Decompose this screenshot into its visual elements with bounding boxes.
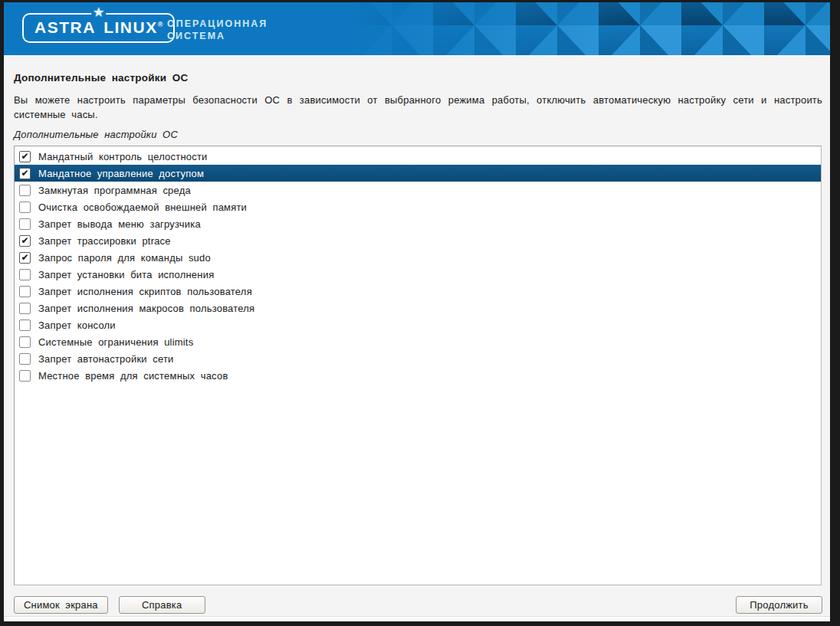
option-row[interactable]: Запрет консоли [15,316,821,333]
checkbox[interactable]: ✔ [19,252,31,264]
option-row[interactable]: Местное время для системных часов [15,367,821,384]
checkbox[interactable] [19,218,31,230]
option-row[interactable]: ✔ Запрос пароля для команды sudo [15,249,821,266]
checkbox[interactable] [19,370,31,382]
checkbox[interactable] [19,202,31,213]
star-icon: ★ [91,5,106,19]
page-title: Дополнительные настройки ОС [14,72,824,84]
bottom-strip [4,616,830,621]
brand-text: ОПЕРАЦИОННАЯ СИСТЕМА [167,18,267,42]
option-row[interactable]: Системные ограничения ulimits [15,333,821,350]
option-row[interactable]: ✔ Мандатное управление доступом [15,165,821,182]
option-row[interactable]: Замкнутая программная среда [15,182,821,198]
option-label: Мандатный контроль целостности [38,151,208,162]
option-label: Запрет трассировки ptrace [38,235,171,247]
checkbox[interactable] [19,336,31,348]
option-label: Мандатное управление доступом [38,168,204,179]
help-button[interactable]: Справка [119,596,205,614]
checkbox[interactable]: ✔ [19,151,31,162]
option-label: Системные ограничения ulimits [38,336,193,348]
checkbox[interactable] [19,286,31,297]
option-label: Запрет автонастройки сети [38,353,174,365]
header-geometric-pattern [309,2,830,55]
astra-linux-logo: ★ ASTRA LINUX® [22,13,175,43]
options-list[interactable]: ✔ Мандатный контроль целостности ✔ Манда… [14,146,822,585]
footer-bar: Снимок экрана Справка Продолжить [4,585,830,616]
screenshot-button[interactable]: Снимок экрана [14,596,108,614]
checkbox[interactable] [19,269,31,280]
option-label: Запрос пароля для команды sudo [38,252,211,264]
option-label: Запрет консоли [38,320,116,331]
continue-button[interactable]: Продолжить [736,596,822,614]
option-label: Запрет вывода меню загрузчика [38,218,201,230]
option-row[interactable]: Запрет исполнения макросов пользователя [15,300,821,316]
registered-trademark: ® [158,21,163,28]
checkbox[interactable]: ✔ [19,168,31,179]
option-row[interactable]: ✔ Запрет трассировки ptrace [15,232,821,249]
logo-text: ASTRA LINUX [34,18,158,36]
checkbox[interactable] [19,303,31,314]
page-description: Вы можете настроить параметры безопаснос… [14,93,822,122]
option-row[interactable]: ✔ Мандатный контроль целостности [15,148,821,165]
option-row[interactable]: Запрет автонастройки сети [15,350,821,367]
option-label: Замкнутая программная среда [38,185,191,196]
option-label: Запрет исполнения макросов пользователя [38,303,254,314]
option-label: Очистка освобождаемой внешней памяти [38,202,247,213]
checkbox[interactable] [19,185,31,196]
checkbox[interactable] [19,320,31,331]
brand-line-1: ОПЕРАЦИОННАЯ [167,18,267,30]
option-row[interactable]: Очистка освобождаемой внешней памяти [15,198,821,215]
option-row[interactable]: Запрет вывода меню загрузчика [15,215,821,232]
option-row[interactable]: Запрет установки бита исполнения [15,266,821,283]
header-banner: ★ ASTRA LINUX® ОПЕРАЦИОННАЯ СИСТЕМА [4,2,830,55]
option-label: Местное время для системных часов [38,370,228,382]
option-row[interactable]: Запрет исполнения скриптов пользователя [15,283,821,300]
list-label: Дополнительные настройки ОС [14,129,824,140]
checkbox[interactable] [19,353,31,365]
option-label: Запрет установки бита исполнения [38,269,214,280]
installer-window: ★ ASTRA LINUX® ОПЕРАЦИОННАЯ СИСТЕМА Допо… [4,2,830,621]
main-content: Дополнительные настройки ОС Вы можете на… [4,55,830,585]
checkbox[interactable]: ✔ [19,235,31,247]
option-label: Запрет исполнения скриптов пользователя [38,286,252,297]
brand-line-2: СИСТЕМА [167,30,267,42]
